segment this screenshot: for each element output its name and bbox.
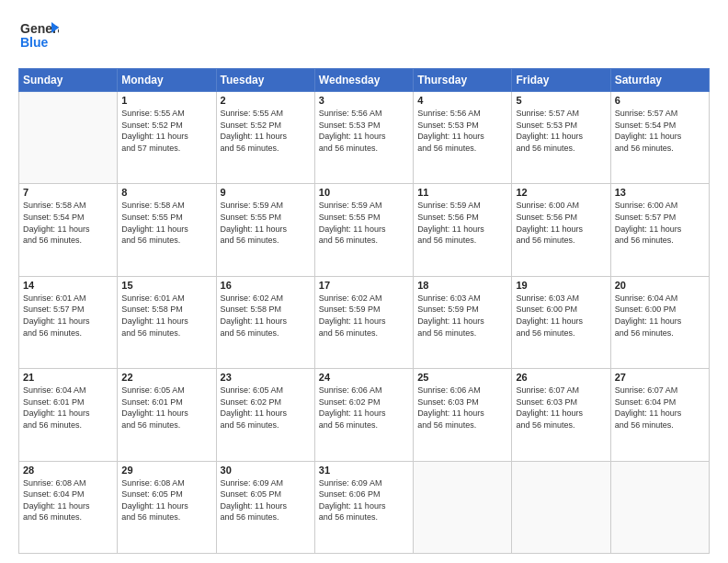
day-cell: 7Sunrise: 5:58 AMSunset: 5:54 PMDaylight… <box>19 184 118 276</box>
day-cell: 21Sunrise: 6:04 AMSunset: 6:01 PMDayligh… <box>19 369 118 461</box>
day-cell: 9Sunrise: 5:59 AMSunset: 5:55 PMDaylight… <box>216 184 314 276</box>
day-cell: 1Sunrise: 5:55 AMSunset: 5:52 PMDaylight… <box>118 92 216 184</box>
day-cell: 2Sunrise: 5:55 AMSunset: 5:52 PMDaylight… <box>216 92 314 184</box>
day-info: Sunrise: 6:08 AMSunset: 6:05 PMDaylight:… <box>121 477 211 523</box>
day-number: 13 <box>615 187 705 198</box>
day-cell: 26Sunrise: 6:07 AMSunset: 6:03 PMDayligh… <box>512 369 610 461</box>
day-number: 1 <box>121 95 211 106</box>
day-header-tuesday: Tuesday <box>216 69 314 92</box>
day-number: 28 <box>23 465 113 476</box>
day-cell: 10Sunrise: 5:59 AMSunset: 5:55 PMDayligh… <box>314 184 413 276</box>
day-cell: 27Sunrise: 6:07 AMSunset: 6:04 PMDayligh… <box>610 369 709 461</box>
day-headers-row: SundayMondayTuesdayWednesdayThursdayFrid… <box>19 69 710 92</box>
day-info: Sunrise: 6:00 AMSunset: 5:56 PMDaylight:… <box>516 200 606 246</box>
day-info: Sunrise: 5:56 AMSunset: 5:53 PMDaylight:… <box>417 108 507 154</box>
day-number: 14 <box>23 280 113 291</box>
day-header-friday: Friday <box>512 69 610 92</box>
day-info: Sunrise: 6:01 AMSunset: 5:57 PMDaylight:… <box>23 293 113 339</box>
day-cell: 3Sunrise: 5:56 AMSunset: 5:53 PMDaylight… <box>314 92 413 184</box>
day-number: 29 <box>121 465 211 476</box>
day-cell: 12Sunrise: 6:00 AMSunset: 5:56 PMDayligh… <box>512 184 610 276</box>
day-info: Sunrise: 5:59 AMSunset: 5:55 PMDaylight:… <box>319 200 409 246</box>
day-cell: 13Sunrise: 6:00 AMSunset: 5:57 PMDayligh… <box>610 184 709 276</box>
day-info: Sunrise: 5:58 AMSunset: 5:55 PMDaylight:… <box>121 200 211 246</box>
day-number: 10 <box>319 187 409 198</box>
day-cell: 31Sunrise: 6:09 AMSunset: 6:06 PMDayligh… <box>314 461 413 553</box>
day-cell <box>19 92 118 184</box>
day-number: 23 <box>221 372 311 383</box>
day-info: Sunrise: 5:57 AMSunset: 5:54 PMDaylight:… <box>615 108 705 154</box>
day-info: Sunrise: 6:02 AMSunset: 5:58 PMDaylight:… <box>221 293 311 339</box>
day-header-monday: Monday <box>118 69 216 92</box>
day-info: Sunrise: 6:07 AMSunset: 6:04 PMDaylight:… <box>615 385 705 431</box>
day-number: 8 <box>121 187 211 198</box>
day-number: 17 <box>319 280 409 291</box>
day-info: Sunrise: 6:05 AMSunset: 6:01 PMDaylight:… <box>121 385 211 431</box>
day-number: 26 <box>516 372 606 383</box>
day-header-wednesday: Wednesday <box>314 69 413 92</box>
day-cell: 4Sunrise: 5:56 AMSunset: 5:53 PMDaylight… <box>414 92 512 184</box>
day-cell: 16Sunrise: 6:02 AMSunset: 5:58 PMDayligh… <box>216 276 314 368</box>
day-number: 16 <box>221 280 311 291</box>
day-number: 24 <box>319 372 409 383</box>
day-cell: 22Sunrise: 6:05 AMSunset: 6:01 PMDayligh… <box>118 369 216 461</box>
day-cell: 15Sunrise: 6:01 AMSunset: 5:58 PMDayligh… <box>118 276 216 368</box>
day-info: Sunrise: 6:06 AMSunset: 6:03 PMDaylight:… <box>417 385 507 431</box>
page: General Blue SundayMondayTuesdayWednesda… <box>0 0 728 563</box>
day-info: Sunrise: 6:05 AMSunset: 6:02 PMDaylight:… <box>221 385 311 431</box>
day-number: 2 <box>221 95 311 106</box>
day-info: Sunrise: 6:09 AMSunset: 6:05 PMDaylight:… <box>221 477 311 523</box>
day-info: Sunrise: 6:04 AMSunset: 6:00 PMDaylight:… <box>615 293 705 339</box>
day-info: Sunrise: 5:57 AMSunset: 5:53 PMDaylight:… <box>516 108 606 154</box>
day-number: 22 <box>121 372 211 383</box>
week-row-5: 28Sunrise: 6:08 AMSunset: 6:04 PMDayligh… <box>19 461 710 553</box>
day-header-sunday: Sunday <box>19 69 118 92</box>
day-number: 9 <box>221 187 311 198</box>
day-info: Sunrise: 6:01 AMSunset: 5:58 PMDaylight:… <box>121 293 211 339</box>
day-cell: 18Sunrise: 6:03 AMSunset: 5:59 PMDayligh… <box>414 276 512 368</box>
day-cell: 23Sunrise: 6:05 AMSunset: 6:02 PMDayligh… <box>216 369 314 461</box>
day-cell: 30Sunrise: 6:09 AMSunset: 6:05 PMDayligh… <box>216 461 314 553</box>
svg-text:Blue: Blue <box>20 35 49 50</box>
week-row-3: 14Sunrise: 6:01 AMSunset: 5:57 PMDayligh… <box>19 276 710 368</box>
day-cell <box>512 461 610 553</box>
day-info: Sunrise: 5:59 AMSunset: 5:55 PMDaylight:… <box>221 200 311 246</box>
day-info: Sunrise: 6:03 AMSunset: 6:00 PMDaylight:… <box>516 293 606 339</box>
day-number: 30 <box>221 465 311 476</box>
day-number: 18 <box>417 280 507 291</box>
day-number: 31 <box>319 465 409 476</box>
day-number: 20 <box>615 280 705 291</box>
week-row-4: 21Sunrise: 6:04 AMSunset: 6:01 PMDayligh… <box>19 369 710 461</box>
day-info: Sunrise: 6:08 AMSunset: 6:04 PMDaylight:… <box>23 477 113 523</box>
day-number: 12 <box>516 187 606 198</box>
day-info: Sunrise: 5:55 AMSunset: 5:52 PMDaylight:… <box>121 108 211 154</box>
day-cell: 25Sunrise: 6:06 AMSunset: 6:03 PMDayligh… <box>414 369 512 461</box>
day-header-thursday: Thursday <box>414 69 512 92</box>
calendar-table: SundayMondayTuesdayWednesdayThursdayFrid… <box>18 68 710 554</box>
day-cell: 11Sunrise: 5:59 AMSunset: 5:56 PMDayligh… <box>414 184 512 276</box>
day-number: 21 <box>23 372 113 383</box>
day-info: Sunrise: 5:58 AMSunset: 5:54 PMDaylight:… <box>23 200 113 246</box>
day-number: 15 <box>121 280 211 291</box>
header: General Blue <box>18 15 710 59</box>
day-number: 25 <box>417 372 507 383</box>
day-cell: 8Sunrise: 5:58 AMSunset: 5:55 PMDaylight… <box>118 184 216 276</box>
day-info: Sunrise: 6:07 AMSunset: 6:03 PMDaylight:… <box>516 385 606 431</box>
day-number: 7 <box>23 187 113 198</box>
day-cell: 19Sunrise: 6:03 AMSunset: 6:00 PMDayligh… <box>512 276 610 368</box>
day-number: 5 <box>516 95 606 106</box>
day-info: Sunrise: 6:03 AMSunset: 5:59 PMDaylight:… <box>417 293 507 339</box>
day-cell: 28Sunrise: 6:08 AMSunset: 6:04 PMDayligh… <box>19 461 118 553</box>
day-info: Sunrise: 6:02 AMSunset: 5:59 PMDaylight:… <box>319 293 409 339</box>
week-row-1: 1Sunrise: 5:55 AMSunset: 5:52 PMDaylight… <box>19 92 710 184</box>
logo: General Blue <box>18 15 59 59</box>
week-row-2: 7Sunrise: 5:58 AMSunset: 5:54 PMDaylight… <box>19 184 710 276</box>
day-cell: 5Sunrise: 5:57 AMSunset: 5:53 PMDaylight… <box>512 92 610 184</box>
day-info: Sunrise: 6:00 AMSunset: 5:57 PMDaylight:… <box>615 200 705 246</box>
day-cell: 6Sunrise: 5:57 AMSunset: 5:54 PMDaylight… <box>610 92 709 184</box>
day-info: Sunrise: 5:55 AMSunset: 5:52 PMDaylight:… <box>221 108 311 154</box>
day-number: 27 <box>615 372 705 383</box>
day-header-saturday: Saturday <box>610 69 709 92</box>
day-cell: 14Sunrise: 6:01 AMSunset: 5:57 PMDayligh… <box>19 276 118 368</box>
day-number: 11 <box>417 187 507 198</box>
